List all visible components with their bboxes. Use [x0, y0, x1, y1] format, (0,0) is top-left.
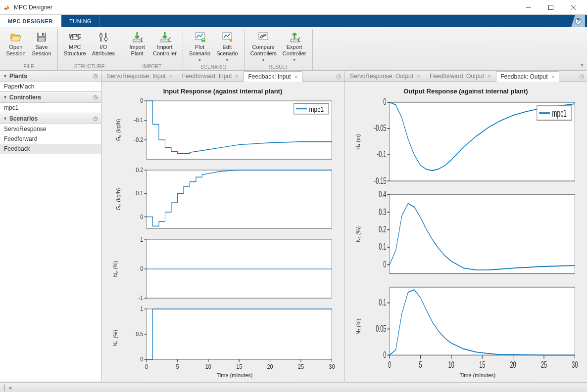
doc-tab[interactable]: Feedforward: Output✕: [425, 71, 495, 81]
svg-text:MPC: MPC: [69, 33, 81, 40]
chart-title: Output Response (against internal plant): [348, 87, 583, 95]
controllers-panel-header[interactable]: ▼Controllers◷: [0, 92, 101, 103]
svg-text:10: 10: [205, 363, 211, 370]
svg-text:15: 15: [236, 363, 242, 370]
edit-scenario-button[interactable]: Edit Scenario▼: [213, 29, 241, 64]
y-axis-label: Nᵥ (%): [112, 330, 119, 346]
plants-panel-header[interactable]: ▼Plants◷: [0, 71, 101, 82]
export-controller-button[interactable]: CExport Controller▼: [280, 29, 309, 64]
svg-rect-27: [291, 39, 298, 42]
close-icon[interactable]: ✕: [487, 74, 491, 79]
subplot[interactable]: Nₚ (%)-101: [129, 236, 335, 302]
svg-text:30: 30: [329, 363, 335, 370]
tab-overflow-button[interactable]: ◷: [576, 71, 587, 81]
svg-rect-9: [42, 33, 44, 36]
svg-text:1: 1: [140, 305, 143, 312]
svg-text:25: 25: [298, 363, 304, 370]
io-attributes-button[interactable]: I/O Attributes: [89, 29, 118, 64]
subplot[interactable]: H₂ (m)-0.15-0.1-0.050mpc1: [372, 97, 578, 186]
svg-text:?: ?: [576, 18, 580, 25]
tab-overflow-button[interactable]: ◷: [333, 71, 344, 81]
svg-text:20: 20: [267, 363, 273, 370]
open-session-button[interactable]: Open Session: [3, 29, 29, 64]
tab-mpc-designer[interactable]: MPC DESIGNER: [0, 15, 61, 27]
ribbon-group-label: STRUCTURE: [61, 64, 118, 70]
input-chart-area: Input Response (against internal plant) …: [101, 82, 344, 382]
svg-point-16: [99, 34, 102, 37]
x-axis-label: Time (minutes): [348, 372, 583, 378]
matlab-logo-icon: [3, 3, 11, 11]
doc-tab[interactable]: Feedback: Output✕: [496, 71, 559, 82]
svg-rect-8: [39, 38, 45, 41]
svg-text:0.1: 0.1: [379, 297, 386, 307]
subplot[interactable]: N₁ (%)00.10.20.30.4: [372, 189, 578, 279]
ribbon-collapse-button[interactable]: ▾: [577, 29, 587, 70]
import-controller-button[interactable]: CImport Controller: [150, 29, 180, 64]
scenarios-panel-header[interactable]: ▼Scenarios◷: [0, 113, 101, 124]
close-icon[interactable]: ✕: [416, 74, 420, 79]
svg-text:0.5: 0.5: [136, 330, 143, 338]
y-axis-label: N₁ (%): [355, 226, 362, 242]
list-item[interactable]: mpc1: [0, 103, 101, 113]
y-axis-label: Gₚ (kg/h): [115, 119, 122, 141]
mpc-structure-button[interactable]: MPCMPC Structure: [61, 29, 89, 64]
svg-rect-7: [39, 33, 45, 36]
svg-text:0: 0: [140, 97, 143, 104]
chart-title: Input Response (against internal plant): [105, 87, 340, 95]
list-item[interactable]: Feedforward: [0, 134, 101, 144]
plot-scenario-button[interactable]: +Plot Scenario▼: [186, 29, 213, 64]
maximize-button[interactable]: [539, 0, 562, 15]
tab-tuning[interactable]: TUNING: [61, 15, 100, 27]
gear-icon[interactable]: ◷: [93, 73, 98, 79]
doc-tab[interactable]: Feedforward: Input✕: [178, 71, 244, 81]
plants-panel: ▼Plants◷ PaperMach: [0, 71, 101, 92]
import-plant-button[interactable]: GImport Plant: [124, 29, 150, 64]
window-title: MPC Designer: [14, 4, 517, 11]
y-axis-label: H₂ (m): [355, 134, 361, 150]
doc-tab[interactable]: ServoResponse: Output✕: [345, 71, 425, 81]
subplot[interactable]: Nᵥ (%)00.51051015202530: [129, 305, 335, 371]
svg-text:C: C: [168, 37, 171, 43]
compare-controllers-button[interactable]: Compare Controllers▼: [247, 29, 280, 64]
main-area: ▼Plants◷ PaperMach ▼Controllers◷ mpc1 ▼S…: [0, 71, 587, 382]
y-axis-label: N₂ (%): [355, 318, 362, 334]
close-icon[interactable]: ✕: [169, 74, 173, 79]
ribbon-group-file: Open Session Save Session FILE: [0, 29, 58, 70]
gear-icon[interactable]: ◷: [93, 94, 98, 100]
doc-tab[interactable]: ServoResponse: Input✕: [102, 71, 177, 81]
svg-text:15: 15: [479, 359, 485, 370]
svg-text:C: C: [298, 37, 300, 43]
folder-open-icon: [10, 31, 22, 43]
svg-text:0: 0: [383, 349, 386, 360]
close-icon[interactable]: ✕: [294, 74, 298, 80]
close-icon[interactable]: ✕: [551, 74, 555, 80]
list-item[interactable]: Feedback: [0, 144, 101, 154]
svg-text:5: 5: [176, 363, 179, 370]
svg-rect-20: [161, 39, 169, 42]
svg-rect-39: [147, 170, 332, 228]
list-item[interactable]: ServoResponse: [0, 124, 101, 134]
subplot[interactable]: Gₚ (kg/h)-0.2-0.10mpc1: [129, 97, 335, 163]
list-item[interactable]: PaperMach: [0, 82, 101, 91]
close-button[interactable]: [562, 0, 584, 15]
doc-tabs-left: ServoResponse: Input✕ Feedforward: Input…: [101, 71, 344, 82]
chevron-down-icon: ▼: [261, 58, 265, 62]
save-session-button[interactable]: Save Session: [29, 29, 54, 64]
controllers-panel: ▼Controllers◷ mpc1: [0, 92, 101, 113]
close-icon[interactable]: ✕: [235, 74, 239, 79]
svg-text:0: 0: [140, 355, 143, 363]
svg-text:mpc1: mpc1: [552, 108, 566, 119]
svg-text:10: 10: [448, 359, 454, 370]
help-button[interactable]: ?: [571, 15, 585, 27]
output-chart-area: Output Response (against internal plant)…: [344, 82, 587, 382]
minimize-button[interactable]: [517, 0, 539, 15]
svg-text:5: 5: [419, 359, 422, 370]
statusbar-collapse-icon[interactable]: ▏◂: [4, 384, 11, 391]
chevron-down-icon: ▼: [225, 58, 229, 62]
subplot[interactable]: N₂ (%)00.050.1051015202530: [372, 282, 578, 371]
doc-tab[interactable]: Feedback: Input✕: [244, 71, 302, 82]
subplot[interactable]: Gᵥ (kg/h)00.10.2: [129, 166, 335, 232]
gear-icon[interactable]: ◷: [93, 115, 98, 122]
ribbon-group-structure: MPCMPC Structure I/O Attributes STRUCTUR…: [58, 29, 121, 70]
svg-text:-0.2: -0.2: [134, 136, 144, 143]
